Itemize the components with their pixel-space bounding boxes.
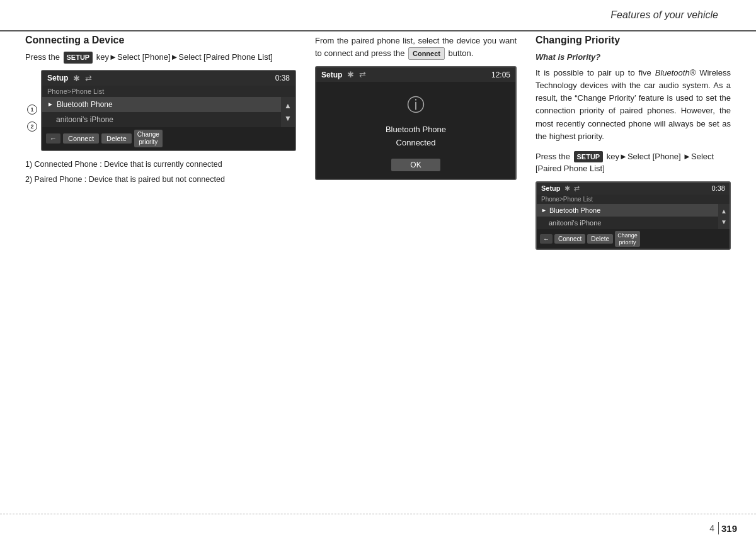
circle-1: 1 <box>27 104 37 115</box>
screen1-back-btn[interactable]: ← <box>46 133 60 144</box>
setup-badge-1: SETUP <box>64 52 93 64</box>
screen2-time: 12:05 <box>491 71 510 79</box>
scroll-up-3[interactable]: ▲ <box>718 206 730 217</box>
screen1-title: Setup <box>47 74 68 82</box>
item2-label: anitooni's iPhone <box>56 115 113 124</box>
footer-divider <box>718 522 719 534</box>
bluetooth-icon-2: ✱ <box>347 70 354 79</box>
screen1-item1: ► Bluetooth Phone <box>42 97 281 112</box>
screen1-scroll: ▲ ▼ <box>281 97 295 127</box>
right-instruction: Press the SETUP key►Select [Phone] ►Sele… <box>536 150 731 175</box>
screen3-body: ► Bluetooth Phone anitooni's iPhone ▲ ▼ <box>537 204 730 229</box>
screen3-item1: ► Bluetooth Phone <box>537 204 718 217</box>
priority-description: It is possible to pair up to five Blueto… <box>536 67 731 143</box>
item2-label-3: anitooni's iPhone <box>549 219 601 227</box>
footer: 4 319 <box>0 514 756 542</box>
right-section-title: Changing Priority <box>536 35 731 46</box>
item1-arrow: ► <box>47 101 54 108</box>
screen3-buttons: ← Connect Delete Changepriority <box>537 229 730 249</box>
left-instruction-suffix: key►Select [Phone]►Select [Paired Phone … <box>96 52 273 62</box>
screen2-title: Setup <box>321 71 342 79</box>
screen1-item2: anitooni's iPhone <box>42 112 281 127</box>
note-1: 1) Connected Phone : Device that is curr… <box>25 159 296 171</box>
bluetooth-italic: Bluetooth® <box>655 68 696 77</box>
screen2-header: Setup ✱ ⇄ 12:05 <box>316 67 515 82</box>
screen1-buttons: ← Connect Delete Changepriority <box>42 127 295 150</box>
signal-icon-3: ⇄ <box>574 184 580 193</box>
item1-label-3: Bluetooth Phone <box>549 206 600 214</box>
screen1-body: ► Bluetooth Phone anitooni's iPhone ▲ ▼ <box>42 97 295 127</box>
footer-chapter: 4 <box>709 523 714 533</box>
screen1-delete-btn[interactable]: Delete <box>101 133 132 144</box>
popup-line2: Connected <box>396 138 436 147</box>
left-column: Connecting a Device Press the SETUP key►… <box>25 35 296 511</box>
bluetooth-icon-1: ✱ <box>73 74 80 83</box>
scroll-up-1[interactable]: ▲ <box>281 99 295 112</box>
signal-icon-2: ⇄ <box>359 70 366 79</box>
middle-instruction: From the paired phone list, select the d… <box>315 35 517 60</box>
connect-badge: Connect <box>408 47 445 60</box>
screen3-scroll: ▲ ▼ <box>718 204 730 229</box>
item1-arrow-3: ► <box>541 207 547 213</box>
screen3-mockup: Setup ✱ ⇄ 0:38 Phone>Phone List ► Blueto… <box>536 181 731 251</box>
screen1-change-priority-btn[interactable]: Changepriority <box>134 130 163 147</box>
screen2-mockup: Setup ✱ ⇄ 12:05 ⓘ Bluetooth Phone Connec… <box>315 66 517 180</box>
screen3-item2: anitooni's iPhone <box>537 217 718 229</box>
signal-icon-1: ⇄ <box>85 74 92 83</box>
main-content: Connecting a Device Press the SETUP key►… <box>25 35 731 511</box>
footer-page-num: 319 <box>721 523 737 534</box>
screen3-subheader: Phone>Phone List <box>537 195 730 204</box>
screen1-subheader: Phone>Phone List <box>42 86 295 97</box>
notes-list: 1) Connected Phone : Device that is curr… <box>25 159 296 186</box>
left-instruction-prefix: Press the <box>25 52 62 62</box>
footer-page: 4 319 <box>709 522 737 534</box>
screen3-header-left: Setup ✱ ⇄ <box>541 184 580 193</box>
screen1-list: ► Bluetooth Phone anitooni's iPhone <box>42 97 281 127</box>
info-icon: ⓘ <box>407 93 425 117</box>
scroll-down-3[interactable]: ▼ <box>718 217 730 227</box>
setup-badge-2: SETUP <box>574 151 604 163</box>
left-instruction: Press the SETUP key►Select [Phone]►Selec… <box>25 51 296 64</box>
popup-line1: Bluetooth Phone <box>386 125 446 134</box>
screen1-header-left: Setup ✱ ⇄ <box>47 74 92 83</box>
screen3-connect-btn[interactable]: Connect <box>554 234 585 244</box>
right-instruction-prefix: Press the <box>536 152 573 161</box>
bluetooth-icon-3: ✱ <box>564 184 570 193</box>
screen3-time: 0:38 <box>712 184 725 192</box>
screen3-delete-btn[interactable]: Delete <box>587 234 613 244</box>
screen3-header: Setup ✱ ⇄ 0:38 <box>537 183 730 195</box>
scroll-down-1[interactable]: ▼ <box>281 112 295 125</box>
item1-label: Bluetooth Phone <box>57 100 113 109</box>
header-bar: Features of your vehicle <box>0 0 756 31</box>
header-title: Features of your vehicle <box>610 9 718 21</box>
screen3-list: ► Bluetooth Phone anitooni's iPhone <box>537 204 718 229</box>
popup-ok-btn[interactable]: OK <box>391 159 440 171</box>
screen1-wrapper: Setup ✱ ⇄ 0:38 Phone>Phone List ► Blueto… <box>41 70 296 151</box>
right-column: Changing Priority What is Priority? It i… <box>536 35 731 511</box>
left-section-title: Connecting a Device <box>25 35 296 46</box>
screen3-change-priority-btn[interactable]: Changepriority <box>615 231 640 247</box>
screen1-mockup: Setup ✱ ⇄ 0:38 Phone>Phone List ► Blueto… <box>41 70 296 151</box>
screen1-header: Setup ✱ ⇄ 0:38 <box>42 71 295 86</box>
popup-text: Bluetooth Phone Connected <box>386 123 446 150</box>
what-is-priority-title: What is Priority? <box>536 52 731 62</box>
note-2: 2) Paired Phone : Device that is paired … <box>25 174 296 186</box>
screen3-back-btn[interactable]: ← <box>540 234 553 244</box>
circle-2: 2 <box>27 121 37 132</box>
screen1-connect-btn[interactable]: Connect <box>63 133 99 144</box>
middle-column: From the paired phone list, select the d… <box>315 35 517 511</box>
screen2-header-left: Setup ✱ ⇄ <box>321 70 366 79</box>
screen3-title: Setup <box>541 184 561 192</box>
columns-layout: Connecting a Device Press the SETUP key►… <box>25 35 731 511</box>
screen2-popup-body: ⓘ Bluetooth Phone Connected OK <box>316 82 515 179</box>
screen1-time: 0:38 <box>275 74 290 82</box>
